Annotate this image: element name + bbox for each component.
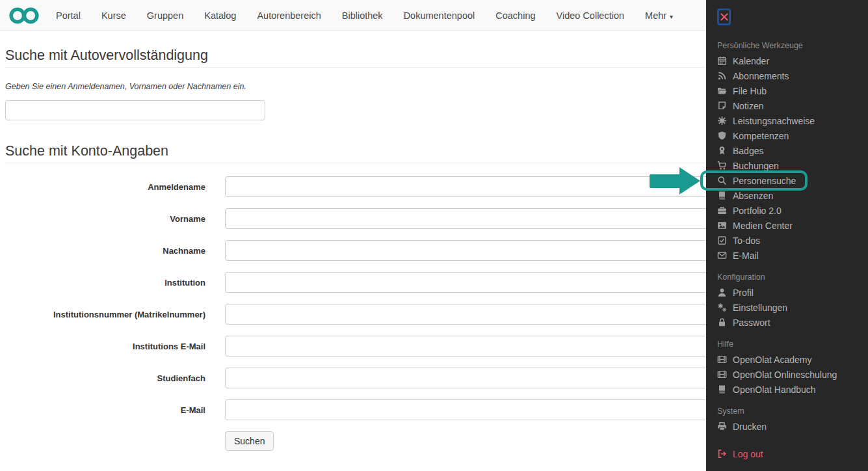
logout-label: Log out bbox=[733, 449, 763, 459]
sidebar-close-button[interactable] bbox=[717, 8, 731, 25]
openolat-logo[interactable] bbox=[8, 7, 40, 25]
sidebar-item-file-hub[interactable]: File Hub bbox=[717, 83, 858, 98]
account-search-form: AnmeldenameVornameNachnameInstitutionIns… bbox=[5, 176, 722, 420]
sidebar-item-label: Portfolio 2.0 bbox=[733, 206, 782, 216]
infinity-logo-icon bbox=[8, 7, 40, 25]
sidebar-item-leistungsnachweise[interactable]: Leistungsnachweise bbox=[717, 113, 858, 128]
vorname-field[interactable] bbox=[225, 208, 722, 229]
calendar-icon bbox=[717, 56, 727, 66]
sidebar-item-openolat-onlineschulung[interactable]: OpenOlat Onlineschulung bbox=[717, 367, 858, 382]
institutionsnummer-matrikelnummer-field[interactable] bbox=[225, 304, 722, 325]
main-nav: PortalKurseGruppenKatalogAutorenbereichB… bbox=[56, 10, 673, 21]
form-row-studienfach: Studienfach bbox=[5, 368, 722, 388]
sidebar-item-passwort[interactable]: Passwort bbox=[717, 315, 858, 330]
sidebar-item-personensuche[interactable]: Personensuche bbox=[717, 173, 858, 188]
form-row-nachname: Nachname bbox=[5, 240, 722, 261]
nav-item-dokumentenpool[interactable]: Dokumentenpool bbox=[404, 10, 475, 21]
sidebar-item-notizen[interactable]: Notizen bbox=[717, 98, 858, 113]
sidebar-item-label: Kompetenzen bbox=[733, 131, 789, 141]
autocomplete-search-input[interactable] bbox=[5, 100, 265, 120]
printer-icon bbox=[717, 422, 727, 431]
nav-item-katalog[interactable]: Katalog bbox=[204, 10, 236, 21]
autocomplete-hint: Geben Sie einen Anmeldenamen, Vornamen o… bbox=[5, 82, 722, 91]
sidebar-item-label: Abonnements bbox=[733, 71, 789, 81]
chevron-down-icon: ▾ bbox=[670, 13, 673, 20]
sidebar-item-openolat-academy[interactable]: OpenOlat Academy bbox=[717, 352, 858, 367]
sidebar-item-kalender[interactable]: Kalender bbox=[717, 53, 858, 68]
sidebar-item-label: Leistungsnachweise bbox=[733, 116, 815, 126]
sidebar-item-kompetenzen[interactable]: Kompetenzen bbox=[717, 128, 858, 143]
sidebar-item-label: Absenzen bbox=[733, 191, 773, 201]
sidebar-item-e-mail[interactable]: E-Mail bbox=[717, 248, 858, 263]
sidebar-item-label: Drucken bbox=[733, 422, 767, 432]
field-label-studienfach: Studienfach bbox=[5, 373, 205, 383]
note-icon bbox=[717, 101, 727, 111]
check-square-icon bbox=[717, 236, 727, 245]
film-icon bbox=[717, 370, 727, 379]
sidebar-item-label: Notizen bbox=[733, 101, 763, 111]
sidebar-item-to-dos[interactable]: To-dos bbox=[717, 233, 858, 248]
cart-icon bbox=[717, 161, 727, 170]
sidebar-item-openolat-handbuch[interactable]: OpenOlat Handbuch bbox=[717, 382, 858, 397]
field-label-anmeldename: Anmeldename bbox=[5, 182, 205, 192]
sidebar-item-buchungen[interactable]: Buchungen bbox=[717, 158, 858, 173]
briefcase-icon bbox=[717, 206, 727, 215]
form-row-institution: Institution bbox=[5, 272, 722, 293]
sidebar-item-label: OpenOlat Onlineschulung bbox=[733, 370, 837, 380]
field-label-nachname: Nachname bbox=[5, 246, 205, 256]
nav-item-gruppen[interactable]: Gruppen bbox=[147, 10, 183, 21]
e-mail-field[interactable] bbox=[225, 399, 722, 420]
sidebar-section-header-system: System bbox=[717, 407, 858, 416]
institutions-e-mail-field[interactable] bbox=[225, 336, 722, 357]
sidebar-item-label: OpenOlat Academy bbox=[733, 355, 811, 365]
sidebar-item-medien-center[interactable]: Medien Center bbox=[717, 218, 858, 233]
nachname-field[interactable] bbox=[225, 240, 722, 261]
sidebar-item-label: Personensuche bbox=[733, 176, 796, 186]
autocomplete-section-title: Suche mit Autovervollständigung bbox=[5, 48, 722, 68]
institution-field[interactable] bbox=[225, 272, 722, 293]
sidebar-item-abonnements[interactable]: Abonnements bbox=[717, 68, 858, 83]
sidebar-item-drucken[interactable]: Drucken bbox=[717, 419, 858, 434]
field-label-institutionsnummer-matrikelnummer: Institutionsnummer (Matrikelnummer) bbox=[5, 310, 205, 319]
anmeldename-field[interactable] bbox=[225, 176, 722, 197]
sidebar-section-header-pers-nliche-werkzeuge: Persönliche Werkzeuge bbox=[717, 41, 858, 51]
sidebar-item-badges[interactable]: Badges bbox=[717, 143, 858, 158]
sidebar-list-konfiguration: ProfilEinstellungenPasswort bbox=[717, 285, 858, 330]
sidebar-item-label: Badges bbox=[733, 146, 763, 156]
sign-out-icon bbox=[717, 449, 727, 459]
nav-item-kurse[interactable]: Kurse bbox=[101, 10, 126, 21]
search-submit-button[interactable]: Suchen bbox=[225, 431, 274, 451]
form-row-institutions-e-mail: Institutions E-Mail bbox=[5, 336, 722, 357]
search-icon bbox=[717, 176, 727, 185]
nav-item-mehr[interactable]: Mehr▾ bbox=[645, 10, 673, 21]
nav-item-coaching[interactable]: Coaching bbox=[495, 10, 535, 21]
journal-icon bbox=[717, 191, 727, 200]
medal-icon bbox=[717, 146, 727, 155]
sidebar-item-absenzen[interactable]: Absenzen bbox=[717, 188, 858, 203]
lock-icon bbox=[717, 317, 727, 327]
nav-item-video-collection[interactable]: Video Collection bbox=[557, 10, 625, 21]
user-icon bbox=[717, 288, 727, 297]
sidebar-item-profil[interactable]: Profil bbox=[717, 285, 858, 300]
field-label-e-mail: E-Mail bbox=[5, 405, 205, 415]
sidebar-item-portfolio-2-0[interactable]: Portfolio 2.0 bbox=[717, 203, 858, 218]
sidebar-list-hilfe: OpenOlat AcademyOpenOlat OnlineschulungO… bbox=[717, 352, 858, 397]
nav-item-portal[interactable]: Portal bbox=[56, 10, 81, 21]
close-icon bbox=[720, 13, 728, 21]
sidebar-item-einstellungen[interactable]: Einstellungen bbox=[717, 300, 858, 315]
personal-tools-sidebar: Persönliche WerkzeugeKalenderAbonnements… bbox=[706, 0, 868, 471]
studienfach-field[interactable] bbox=[225, 368, 722, 388]
shield-icon bbox=[717, 131, 727, 141]
sidebar-section-header-konfiguration: Konfiguration bbox=[717, 273, 858, 282]
sidebar-item-label: Buchungen bbox=[733, 161, 779, 171]
sidebar-list-system: Drucken bbox=[717, 419, 858, 434]
submit-row: Suchen bbox=[225, 431, 722, 451]
field-label-vorname: Vorname bbox=[5, 214, 205, 224]
nav-item-autorenbereich[interactable]: Autorenbereich bbox=[257, 10, 321, 21]
logout-button[interactable]: Log out bbox=[717, 446, 858, 461]
account-section-title: Suche mit Konto-Angaben bbox=[5, 144, 722, 163]
gears-icon bbox=[717, 303, 727, 312]
sidebar-item-label: Kalender bbox=[733, 56, 769, 66]
sidebar-item-label: Medien Center bbox=[733, 221, 793, 231]
nav-item-bibliothek[interactable]: Bibliothek bbox=[342, 10, 383, 21]
